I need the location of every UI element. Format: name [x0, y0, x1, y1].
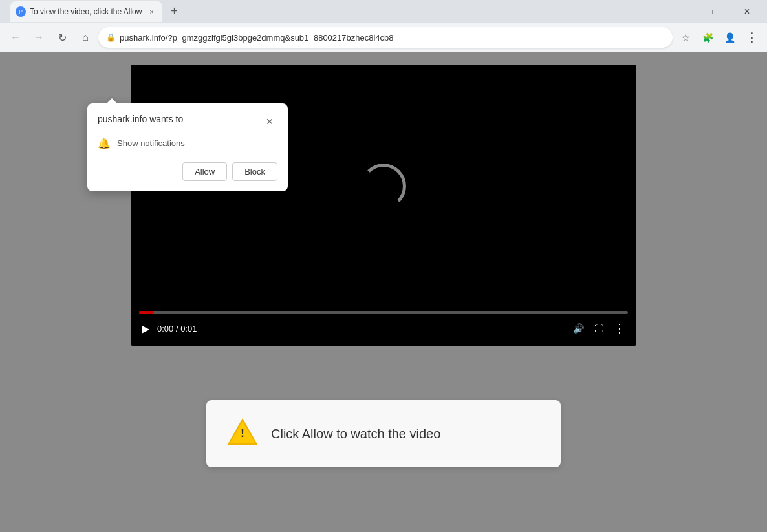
home-button[interactable]: ⌂: [75, 27, 96, 48]
permission-label: Show notifications: [117, 138, 185, 148]
popup-permission-row: 🔔 Show notifications: [98, 137, 277, 149]
maximize-button[interactable]: □: [700, 2, 729, 21]
progress-fill: [139, 311, 154, 314]
controls-row: ▶ 0:00 / 0:01 🔊 ⛶ ⋮: [139, 319, 628, 338]
extensions-button[interactable]: 🧩: [697, 27, 718, 48]
popup-arrow: [107, 98, 117, 103]
active-tab[interactable]: P To view the video, click the Allow ×: [10, 1, 162, 22]
tab-close-button[interactable]: ×: [146, 6, 157, 17]
window-controls: — □ ✕: [667, 2, 762, 21]
page-content: ▶ 0:00 / 0:01 🔊 ⛶ ⋮ ! Click Allow to wat…: [0, 52, 767, 532]
forward-button[interactable]: →: [28, 27, 49, 48]
popup-title: pushark.info wants to: [98, 114, 183, 124]
tab-favicon: P: [16, 6, 26, 17]
play-button[interactable]: ▶: [139, 320, 152, 337]
reload-button[interactable]: ↻: [52, 27, 72, 48]
minimize-button[interactable]: —: [667, 2, 697, 21]
lock-icon: 🔒: [106, 33, 116, 42]
new-tab-button[interactable]: +: [165, 2, 183, 20]
profile-button[interactable]: 👤: [719, 27, 740, 48]
time-display: 0:00 / 0:01: [157, 324, 197, 334]
popup-close-button[interactable]: ✕: [262, 114, 277, 129]
warning-box: ! Click Allow to watch the video: [206, 400, 561, 467]
toolbar-right: ☆ 🧩 👤 ⋮: [675, 27, 762, 48]
warning-message: Click Allow to watch the video: [271, 427, 440, 442]
block-button[interactable]: Block: [232, 162, 277, 181]
fullscreen-button[interactable]: ⛶: [592, 321, 606, 336]
address-bar[interactable]: 🔒 pushark.info/?p=gmzggzlfgi5gi3bpge2dmm…: [98, 27, 673, 48]
popup-actions: Allow Block: [98, 162, 277, 181]
video-controls: ▶ 0:00 / 0:01 🔊 ⛶ ⋮: [131, 307, 636, 346]
back-button[interactable]: ←: [5, 27, 26, 48]
allow-button[interactable]: Allow: [182, 162, 227, 181]
bell-icon: 🔔: [98, 137, 111, 149]
more-options-button[interactable]: ⋮: [611, 319, 628, 338]
loading-spinner: [361, 164, 406, 209]
close-button[interactable]: ✕: [732, 2, 762, 21]
bookmark-button[interactable]: ☆: [675, 27, 696, 48]
title-bar: P To view the video, click the Allow × +…: [0, 0, 767, 23]
popup-header: pushark.info wants to ✕: [98, 114, 277, 129]
progress-bar[interactable]: [139, 311, 628, 314]
tab-title: To view the video, click the Allow: [30, 7, 142, 16]
menu-button[interactable]: ⋮: [741, 27, 762, 48]
address-text: pushark.info/?p=gmzggzlfgi5gi3bpge2dmmq&…: [120, 33, 665, 43]
warning-icon: !: [227, 418, 258, 449]
browser-window: P To view the video, click the Allow × +…: [0, 0, 767, 532]
warning-exclamation: !: [241, 427, 244, 439]
notification-popup: pushark.info wants to ✕ 🔔 Show notificat…: [87, 103, 288, 191]
toolbar: ← → ↻ ⌂ 🔒 pushark.info/?p=gmzggzlfgi5gi3…: [0, 23, 767, 52]
volume-button[interactable]: 🔊: [570, 321, 587, 336]
